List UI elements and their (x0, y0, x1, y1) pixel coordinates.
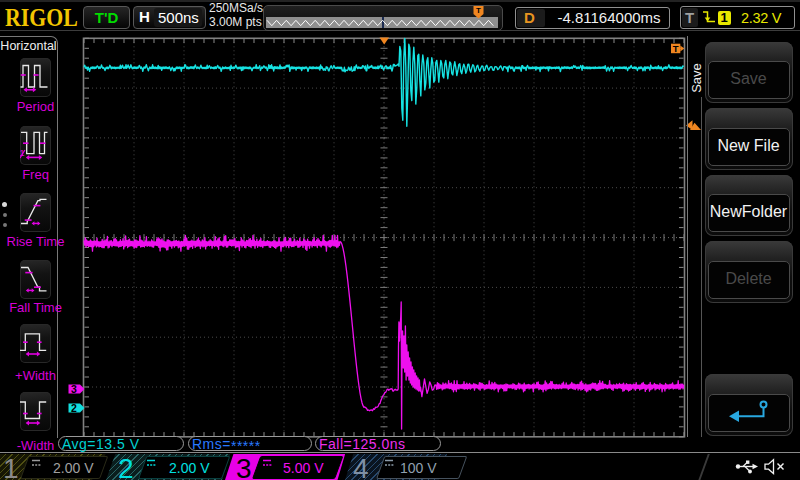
svg-text:2: 2 (71, 402, 77, 414)
svg-text:3: 3 (71, 383, 77, 395)
svg-text:T: T (673, 43, 679, 54)
svg-text:T: T (476, 6, 481, 15)
